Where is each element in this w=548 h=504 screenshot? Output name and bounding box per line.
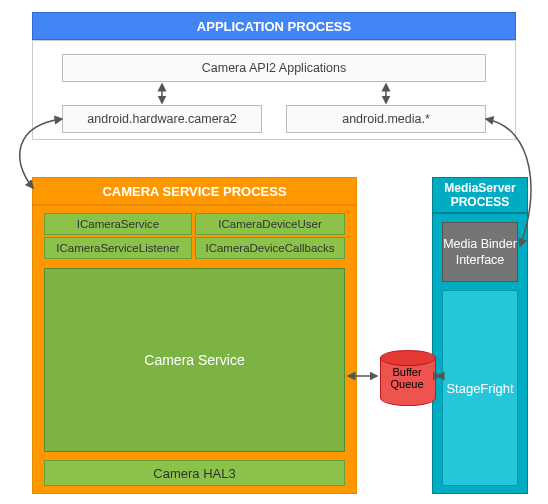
icameradeviceuser: ICameraDeviceUser bbox=[195, 213, 345, 235]
camera-service-main: Camera Service bbox=[44, 268, 345, 452]
hw-camera2-box: android.hardware.camera2 bbox=[62, 105, 262, 133]
media-binder-interface: Media Binder Interface bbox=[442, 222, 518, 282]
mediaserver-header: MediaServer PROCESS bbox=[432, 177, 528, 213]
icameraservice: ICameraService bbox=[44, 213, 192, 235]
buffer-queue: Buffer Queue bbox=[380, 350, 434, 400]
buffer-label-1: Buffer bbox=[392, 366, 421, 378]
camera-service-header: CAMERA SERVICE PROCESS bbox=[32, 177, 357, 205]
api2-applications: Camera API2 Applications bbox=[62, 54, 486, 82]
icameraservicelistener: ICameraServiceListener bbox=[44, 237, 192, 259]
media-box: android.media.* bbox=[286, 105, 486, 133]
app-process-header: APPLICATION PROCESS bbox=[32, 12, 516, 40]
icameradevicecallbacks: ICameraDeviceCallbacks bbox=[195, 237, 345, 259]
stagefright: StageFright bbox=[442, 290, 518, 486]
camera-hal3: Camera HAL3 bbox=[44, 460, 345, 486]
buffer-label-2: Queue bbox=[390, 378, 423, 390]
